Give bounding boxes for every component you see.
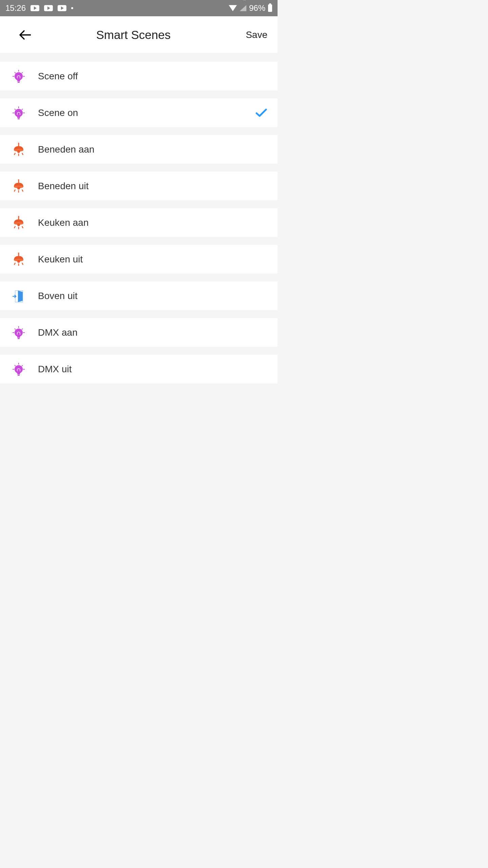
youtube-icon [58,5,66,11]
list-spacer [0,54,278,62]
scene-label: Scene off [38,71,267,82]
svg-line-52 [15,365,16,366]
svg-line-27 [22,190,23,192]
app-header: Smart Scenes Save [0,16,278,54]
status-time: 15:26 [5,3,26,13]
scene-label: DMX uit [38,364,267,375]
page-title: Smart Scenes [21,28,246,42]
lamp-orange-icon [10,214,27,231]
svg-point-30 [17,223,20,226]
scene-label: Scene on [38,107,255,118]
battery-percent: 96% [249,3,265,13]
svg-rect-6 [17,80,20,81]
save-button[interactable]: Save [246,29,267,40]
bulb-purple-icon [10,361,27,378]
svg-rect-56 [17,373,20,374]
svg-line-21 [22,153,23,155]
svg-rect-7 [18,82,20,83]
svg-line-31 [14,226,15,228]
svg-line-2 [15,72,16,73]
svg-point-36 [17,260,20,263]
svg-line-3 [22,72,23,73]
scene-label: Keuken aan [38,217,267,228]
svg-rect-14 [17,116,20,118]
door-blue-icon [10,288,27,304]
svg-rect-48 [17,336,20,338]
scene-item[interactable]: DMX uit [0,355,278,383]
svg-line-11 [22,109,23,110]
youtube-icon [44,5,53,11]
svg-point-5 [15,72,23,80]
scene-item[interactable]: Beneden aan [0,135,278,164]
more-notifications-icon [71,7,73,9]
status-bar: 15:26 x 96% [0,0,278,16]
bulb-purple-icon [10,68,27,85]
scene-label: Keuken uit [38,254,267,265]
svg-rect-57 [18,375,20,376]
scene-item[interactable]: Keuken uit [0,245,278,274]
scene-label: Beneden uit [38,181,267,192]
scene-list: Scene off Scene on Beneden aan [0,54,278,383]
scene-item[interactable]: Beneden uit [0,172,278,200]
svg-point-24 [17,187,20,190]
svg-point-55 [15,365,23,373]
svg-line-19 [14,153,15,155]
youtube-icon [30,5,39,11]
svg-line-39 [22,263,23,265]
battery-icon [268,4,272,12]
svg-line-44 [15,329,16,330]
checkmark-icon [255,107,267,119]
svg-rect-15 [18,118,20,119]
svg-point-18 [17,150,20,153]
svg-line-25 [14,190,15,192]
scene-item[interactable]: Scene off [0,62,278,91]
svg-line-45 [22,329,23,330]
lamp-orange-icon [10,178,27,195]
svg-point-47 [15,329,23,337]
scene-item[interactable]: DMX aan [0,318,278,347]
scene-label: DMX aan [38,327,267,338]
svg-line-33 [22,226,23,228]
bulb-purple-icon [10,104,27,121]
cell-signal-icon: x [240,5,246,11]
bulb-purple-icon [10,324,27,341]
lamp-orange-icon [10,251,27,268]
wifi-icon [229,5,237,11]
scene-label: Beneden aan [38,144,267,155]
scene-label: Boven uit [38,291,267,301]
svg-line-53 [22,365,23,366]
svg-line-10 [15,109,16,110]
scene-item[interactable]: Boven uit [0,281,278,310]
scene-item[interactable]: Scene on [0,98,278,127]
svg-point-13 [15,109,23,117]
lamp-orange-icon [10,141,27,158]
scene-item[interactable]: Keuken aan [0,208,278,237]
svg-line-37 [14,263,15,265]
svg-rect-49 [18,338,20,339]
